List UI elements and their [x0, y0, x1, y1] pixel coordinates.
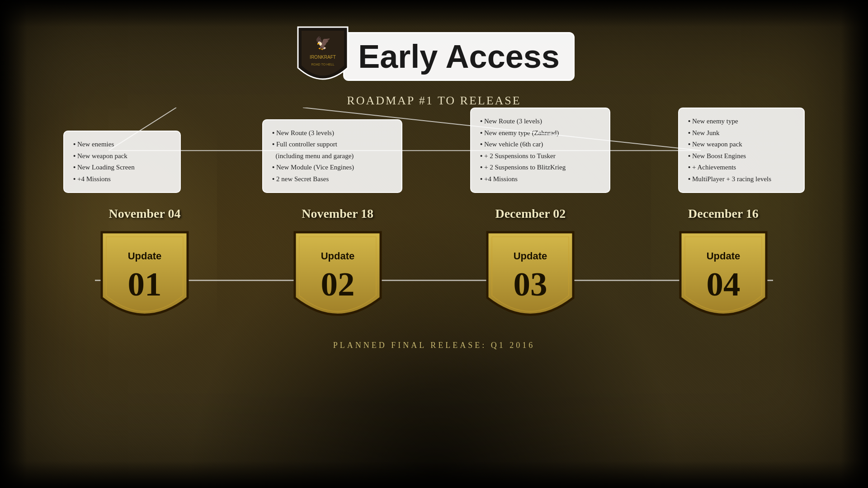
timeline-section: Update 01: [50, 225, 818, 334]
svg-text:Update: Update: [707, 250, 741, 262]
info-boxes-row: New enemies New weapon pack New Loading …: [50, 108, 818, 193]
date-4: December 16: [656, 206, 791, 221]
info-box-2: New Route (3 levels) Full controller sup…: [262, 119, 402, 193]
shield-item-3: Update 03: [462, 225, 598, 334]
list-item: New enemies: [73, 139, 171, 150]
svg-text:IRONKRAFT: IRONKRAFT: [310, 55, 336, 60]
list-item: New Route (3 levels): [272, 127, 392, 139]
shield-item-4: Update 04: [656, 225, 791, 334]
shield-item-2: Update 02: [270, 225, 406, 334]
update-04-items: New enemy type New Junk New weapon pack …: [688, 116, 795, 185]
svg-text:Update: Update: [514, 250, 547, 262]
list-item: New Module (Vice Engines): [272, 162, 392, 174]
list-item: + Achievements: [688, 162, 795, 174]
list-item: Full controller support (including menu …: [272, 139, 392, 162]
svg-text:Update: Update: [128, 250, 162, 262]
svg-text:🦅: 🦅: [315, 36, 331, 51]
date-3: December 02: [462, 206, 598, 221]
dates-row: November 04 November 18 December 02 Dece…: [50, 206, 818, 221]
info-box-3: New Route (3 levels) New enemy type (Zah…: [470, 108, 610, 193]
shield-item-1: Update 01: [77, 225, 212, 334]
list-item: New Route (3 levels): [480, 116, 600, 127]
svg-text:01: 01: [128, 265, 162, 303]
full-layout: New enemies New weapon pack New Loading …: [50, 108, 818, 334]
list-item: MultiPlayer + 3 racing levels: [688, 174, 795, 185]
shield-badge-3: Update 03: [481, 225, 580, 334]
update-03-items: New Route (3 levels) New enemy type (Zah…: [480, 116, 600, 185]
list-item: New Boost Engines: [688, 150, 795, 162]
list-item: New enemy type (Zahnrad): [480, 127, 600, 139]
update-02-items: New Route (3 levels) Full controller sup…: [272, 127, 392, 185]
info-box-4: New enemy type New Junk New weapon pack …: [678, 108, 805, 193]
svg-text:Update: Update: [321, 250, 354, 262]
early-access-box: Early Access: [343, 32, 575, 81]
shield-badge-2: Update 02: [288, 225, 387, 334]
list-item: New weapon pack: [688, 139, 795, 150]
info-box-1: New enemies New weapon pack New Loading …: [63, 131, 181, 193]
svg-text:03: 03: [514, 265, 547, 303]
list-item: + 2 Suspensions to BlitzKrieg: [480, 162, 600, 174]
list-item: New Loading Screen: [73, 162, 171, 174]
logo-shield: 🦅 IRONKRAFT ROAD TO HELL: [293, 23, 352, 90]
shield-badge-4: Update 04: [674, 225, 773, 334]
list-item: New Junk: [688, 127, 795, 139]
main-content: 🦅 IRONKRAFT ROAD TO HELL Early Access Ro…: [0, 0, 868, 488]
date-2: November 18: [270, 206, 406, 221]
header-area: 🦅 IRONKRAFT ROAD TO HELL Early Access: [293, 23, 575, 90]
shields-row: Update 01: [50, 225, 818, 334]
date-1: November 04: [77, 206, 212, 221]
svg-text:04: 04: [706, 265, 740, 303]
early-access-title: Early Access: [358, 40, 560, 73]
list-item: 2 new Secret Bases: [272, 174, 392, 185]
roadmap-subtitle: Roadmap #1 to Release: [347, 94, 521, 108]
list-item: New enemy type: [688, 116, 795, 127]
list-item: +4 Missions: [73, 174, 171, 185]
svg-text:ROAD TO HELL: ROAD TO HELL: [311, 63, 335, 66]
final-release: Planned Final Release: Q1 2016: [333, 341, 535, 350]
shield-badge-1: Update 01: [95, 225, 194, 334]
list-item: + 2 Suspensions to Tusker: [480, 150, 600, 162]
list-item: +4 Missions: [480, 174, 600, 185]
list-item: New weapon pack: [73, 150, 171, 162]
list-item: New vehicle (6th car): [480, 139, 600, 150]
update-01-items: New enemies New weapon pack New Loading …: [73, 139, 171, 185]
svg-text:02: 02: [321, 265, 354, 303]
